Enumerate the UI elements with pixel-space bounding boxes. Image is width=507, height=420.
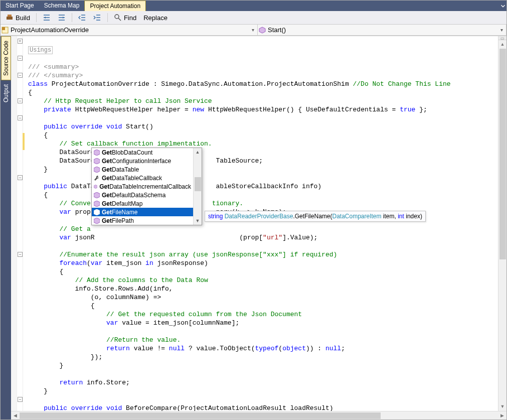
intellisense-item[interactable]: GetBlobDataCount xyxy=(92,148,193,157)
scroll-thumb[interactable] xyxy=(20,412,381,419)
scroll-down-arrow[interactable]: ▼ xyxy=(498,402,506,411)
intellisense-item[interactable]: GetConfigurationInterface xyxy=(92,157,193,165)
build-label: Build xyxy=(16,14,30,22)
replace-label: Replace xyxy=(143,14,167,22)
method-icon xyxy=(94,184,97,190)
toolbar-separator xyxy=(107,13,108,22)
scroll-right-arrow[interactable]: ▶ xyxy=(498,413,506,418)
intellisense-list[interactable]: GetBlobDataCount GetConfigurationInterfa… xyxy=(92,148,193,225)
svg-rect-0 xyxy=(7,17,13,20)
indent-increase-icon xyxy=(58,14,66,22)
document-tabstrip: Start Page Schema Map Project Automation xyxy=(1,1,506,11)
method-icon xyxy=(94,201,100,207)
scroll-up-arrow[interactable]: ▲ xyxy=(194,148,202,156)
member-navigator[interactable]: Start() ▾ xyxy=(258,25,506,35)
tab-start-page[interactable]: Start Page xyxy=(1,1,39,11)
horizontal-scrollbar[interactable]: ◀ ▶ xyxy=(11,411,506,419)
side-tab-output[interactable]: Output xyxy=(2,80,11,106)
find-button[interactable]: Find xyxy=(111,13,139,23)
navigation-bar: ProjectAutomationOverride ▾ Start() ▾ xyxy=(1,25,506,36)
signature-tooltip: string DataReaderProviderBase.GetFileNam… xyxy=(205,211,426,222)
replace-button[interactable]: Replace xyxy=(140,13,171,23)
method-icon xyxy=(94,150,100,156)
side-tab-source-code[interactable]: Source Code xyxy=(1,36,11,80)
editor-viewport[interactable]: + − − − − − − − Usings /// <summary> ///… xyxy=(11,36,506,411)
chevron-down-icon[interactable]: ▾ xyxy=(497,27,506,33)
editor: + − − − − − − − Usings /// <summary> ///… xyxy=(11,36,506,419)
indent-lines-button[interactable] xyxy=(90,13,104,23)
toolbar-separator xyxy=(36,13,37,22)
code-surface[interactable]: Usings /// <summary> /// </summary> clas… xyxy=(11,36,506,411)
method-icon xyxy=(94,209,100,215)
intellisense-item[interactable]: GetDefaultMap xyxy=(92,199,193,208)
intellisense-item[interactable]: GetFilePath xyxy=(92,216,193,225)
side-tab-well: Source Code Output xyxy=(1,36,11,419)
intellisense-item[interactable]: GetDataTableCallback xyxy=(92,174,193,182)
intellisense-scrollbar[interactable]: ▲ ▼ xyxy=(193,148,202,225)
outdent-lines-icon xyxy=(78,14,86,22)
method-icon xyxy=(94,192,100,198)
indent-decrease-button[interactable] xyxy=(40,13,54,23)
indent-increase-button[interactable] xyxy=(55,13,69,23)
indent-decrease-icon xyxy=(43,14,51,22)
collapsed-region[interactable]: Usings xyxy=(28,46,53,54)
toolbar: Build Find Replace xyxy=(1,11,506,25)
property-icon xyxy=(94,175,100,181)
chevron-down-icon[interactable]: ▾ xyxy=(248,27,257,33)
vertical-scrollbar[interactable]: ▭ ▲ ▼ xyxy=(498,36,506,411)
scroll-track[interactable] xyxy=(498,49,506,402)
class-icon xyxy=(1,27,10,34)
tab-schema-map[interactable]: Schema Map xyxy=(39,1,85,11)
scroll-thumb[interactable] xyxy=(195,177,201,191)
method-icon xyxy=(94,218,100,224)
scroll-left-arrow[interactable]: ◀ xyxy=(11,413,20,418)
type-navigator-text: ProjectAutomationOverride xyxy=(10,26,248,34)
toolbar-separator xyxy=(72,13,72,22)
svg-rect-4 xyxy=(2,27,5,30)
svg-point-2 xyxy=(115,15,119,19)
scroll-thumb[interactable] xyxy=(499,49,506,259)
scroll-up-arrow[interactable]: ▲ xyxy=(498,40,506,49)
method-icon xyxy=(94,167,100,173)
app-root: Start Page Schema Map Project Automation… xyxy=(0,0,507,420)
intellisense-item[interactable]: GetDataTableIncrementalCallback xyxy=(92,182,193,191)
scroll-track[interactable] xyxy=(20,411,498,419)
type-navigator[interactable]: ProjectAutomationOverride ▾ xyxy=(1,25,258,35)
indent-lines-icon xyxy=(93,14,101,22)
intellisense-popup: GetBlobDataCount GetConfigurationInterfa… xyxy=(91,148,202,225)
find-label: Find xyxy=(124,14,136,22)
intellisense-item-selected[interactable]: GetFileName xyxy=(92,208,193,216)
outdent-lines-button[interactable] xyxy=(75,13,89,23)
tab-overflow-menu[interactable] xyxy=(499,1,506,11)
member-navigator-text: Start() xyxy=(267,26,497,34)
search-icon xyxy=(114,14,122,22)
intellisense-item[interactable]: GetDefaultDataSchema xyxy=(92,191,193,199)
intellisense-item[interactable]: GetDataTable xyxy=(92,165,193,174)
tab-project-automation[interactable]: Project Automation xyxy=(84,1,146,11)
split-grip[interactable]: ▭ xyxy=(498,36,506,40)
svg-rect-1 xyxy=(8,15,12,17)
main-area: Source Code Output + − − − − − − − Using… xyxy=(1,36,506,419)
build-button[interactable]: Build xyxy=(3,13,33,23)
method-icon xyxy=(94,158,100,164)
scroll-down-arrow[interactable]: ▼ xyxy=(194,217,202,225)
method-icon xyxy=(258,27,267,34)
build-icon xyxy=(6,14,14,22)
